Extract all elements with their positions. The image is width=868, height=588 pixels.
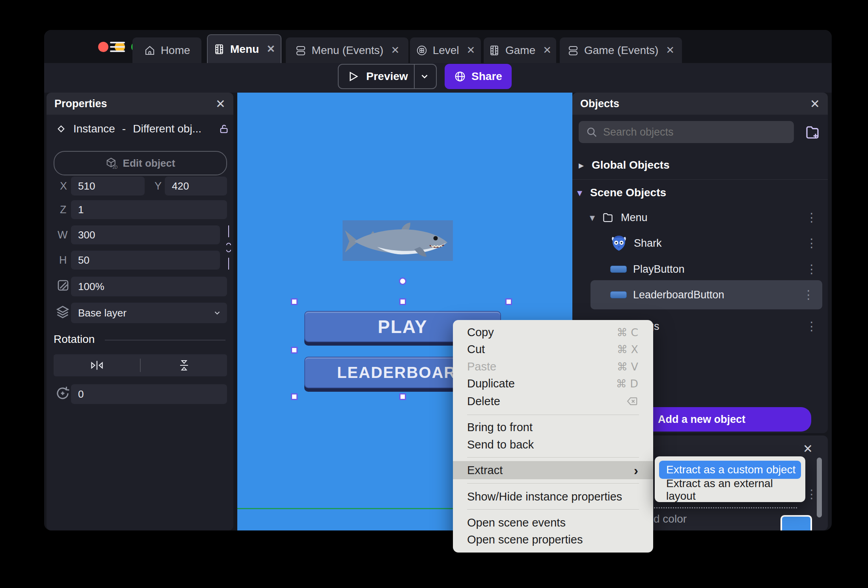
tab-label: Home: [161, 44, 190, 57]
x-field[interactable]: 510: [71, 177, 145, 195]
menu-divider: [467, 457, 639, 458]
close-icon[interactable]: ✕: [467, 44, 475, 56]
flip-vertical-button[interactable]: [141, 359, 227, 372]
menu-item-bring-to-front[interactable]: Bring to front: [453, 419, 653, 436]
kebab-menu-icon[interactable]: ⋮: [806, 263, 818, 275]
window-close-light[interactable]: [98, 42, 108, 52]
close-icon[interactable]: ✕: [810, 97, 820, 111]
shark-thumbnail-icon: [610, 234, 628, 252]
folder-icon: [601, 212, 615, 223]
backspace-icon: [626, 395, 638, 407]
menu-item-open-scene-events[interactable]: Open scene events: [453, 514, 653, 531]
add-folder-icon[interactable]: [804, 124, 821, 141]
selection-handle-top-center[interactable]: [399, 298, 406, 305]
menu-item-delete[interactable]: Delete: [453, 393, 653, 410]
selection-handle-bottom-left[interactable]: [291, 393, 298, 400]
menu-item-shortcut: ⌘ D: [616, 378, 638, 390]
menu-item-label: Copy: [467, 326, 494, 339]
menu-item-shortcut: ⌘ X: [617, 343, 638, 355]
kebab-menu-icon[interactable]: ⋮: [806, 212, 818, 223]
tab-game[interactable]: Game ✕: [484, 37, 556, 63]
preview-split-divider: [414, 65, 415, 88]
w-field[interactable]: 300: [71, 225, 220, 244]
tree-row-shark[interactable]: Shark ⋮: [572, 232, 828, 254]
search-objects-box[interactable]: [579, 121, 794, 143]
close-icon[interactable]: ✕: [216, 97, 225, 111]
w-value: 300: [78, 229, 95, 241]
scrollbar-thumb[interactable]: [817, 458, 822, 517]
tab-home[interactable]: Home: [132, 37, 201, 63]
scene-icon: [213, 43, 225, 55]
close-icon[interactable]: ✕: [803, 442, 813, 456]
flip-horizontal-button[interactable]: [54, 359, 140, 371]
menu-item-cut[interactable]: Cut ⌘ X: [453, 341, 653, 358]
play-button-text: PLAY: [378, 316, 427, 337]
shark-sprite-bounds[interactable]: [343, 220, 453, 261]
app-window: Home Menu ✕ Menu (Events) ✕ Level ✕ Game…: [44, 30, 832, 530]
close-icon[interactable]: ✕: [266, 43, 275, 55]
preview-button[interactable]: Preview: [338, 64, 437, 89]
tab-level[interactable]: Level ✕: [410, 37, 481, 63]
share-label: Share: [471, 70, 502, 83]
menu-item-show-hide-instance-properties[interactable]: Show/Hide instance properties: [453, 488, 653, 505]
close-icon[interactable]: ✕: [391, 44, 400, 56]
menu-item-duplicate[interactable]: Duplicate ⌘ D: [453, 375, 653, 392]
hamburger-menu-icon[interactable]: [110, 42, 125, 52]
menu-item-label: Cut: [467, 343, 485, 356]
rotation-value: 0: [78, 388, 84, 400]
color-swatch[interactable]: [780, 515, 812, 530]
menu-item-extract[interactable]: Extract ›: [453, 461, 653, 479]
tab-game-events[interactable]: Game (Events) ✕: [560, 37, 682, 63]
opacity-value: 100%: [78, 281, 104, 293]
opacity-field[interactable]: 100%: [71, 277, 227, 296]
instance-object-label: Different obj...: [133, 123, 201, 135]
background-color-fragment: d color: [654, 513, 687, 525]
close-icon[interactable]: ✕: [543, 44, 551, 56]
menu-item-paste[interactable]: Paste ⌘ V: [453, 358, 653, 375]
menu-item-copy[interactable]: Copy ⌘ C: [453, 324, 653, 341]
kebab-menu-icon[interactable]: ⋮: [806, 320, 818, 332]
y-field[interactable]: 420: [165, 177, 227, 195]
kebab-menu-icon[interactable]: ⋮: [806, 237, 818, 249]
menu-item-label: Paste: [467, 360, 496, 373]
z-field[interactable]: 1: [71, 200, 227, 219]
close-icon[interactable]: ✕: [666, 44, 674, 56]
tab-menu-events[interactable]: Menu (Events) ✕: [286, 37, 408, 63]
global-objects-row[interactable]: ▸ Global Objects: [572, 156, 828, 174]
tab-menu[interactable]: Menu ✕: [207, 34, 281, 63]
share-button[interactable]: Share: [445, 64, 512, 89]
instance-type-label: Instance: [73, 123, 115, 135]
scene-objects-row[interactable]: ▾ Scene Objects: [572, 184, 828, 201]
tree-row-menu-folder[interactable]: ▾ Menu ⋮: [572, 208, 828, 227]
selection-handle-top-right[interactable]: [505, 298, 512, 305]
tree-divider: [572, 179, 828, 180]
unlock-icon[interactable]: [218, 123, 229, 134]
link-wh-icon[interactable]: [224, 225, 233, 270]
kebab-menu-icon[interactable]: ⋮: [806, 488, 818, 500]
menu-item-label: Show/Hide instance properties: [467, 490, 622, 503]
menu-item-open-scene-properties[interactable]: Open scene properties: [453, 531, 653, 548]
h-field[interactable]: 50: [71, 251, 220, 270]
layer-value: Base layer: [78, 307, 127, 319]
rotation-handle[interactable]: [399, 277, 406, 285]
extract-submenu: Extract as a custom object Extract as an…: [655, 456, 805, 502]
selection-handle-bottom-center[interactable]: [399, 393, 406, 400]
z-label: Z: [60, 204, 67, 216]
menu-item-send-to-back[interactable]: Send to back: [453, 436, 653, 453]
edit-object-button[interactable]: 2D Edit object: [54, 151, 227, 175]
selection-handle-top-left[interactable]: [291, 298, 298, 305]
level-icon: [416, 45, 428, 56]
layer-select[interactable]: Base layer: [71, 303, 227, 323]
tree-row-leaderboardbutton[interactable]: LeaderboardButton ⋮: [590, 280, 822, 309]
submenu-item-extract-external-layout[interactable]: Extract as an external layout: [666, 482, 800, 498]
kebab-menu-icon[interactable]: ⋮: [803, 289, 814, 301]
tab-label: Menu (Events): [312, 44, 384, 57]
tree-row-playbutton[interactable]: PlayButton ⋮: [572, 259, 828, 279]
properties-header: Properties ✕: [47, 93, 233, 115]
submenu-item-extract-custom-object[interactable]: Extract as a custom object: [659, 461, 801, 479]
rotation-field[interactable]: 0: [71, 384, 227, 404]
tab-label: Game (Events): [584, 44, 658, 57]
chevron-down-icon[interactable]: [419, 71, 430, 82]
selection-handle-mid-left[interactable]: [291, 347, 298, 354]
search-objects-input[interactable]: [603, 121, 788, 143]
